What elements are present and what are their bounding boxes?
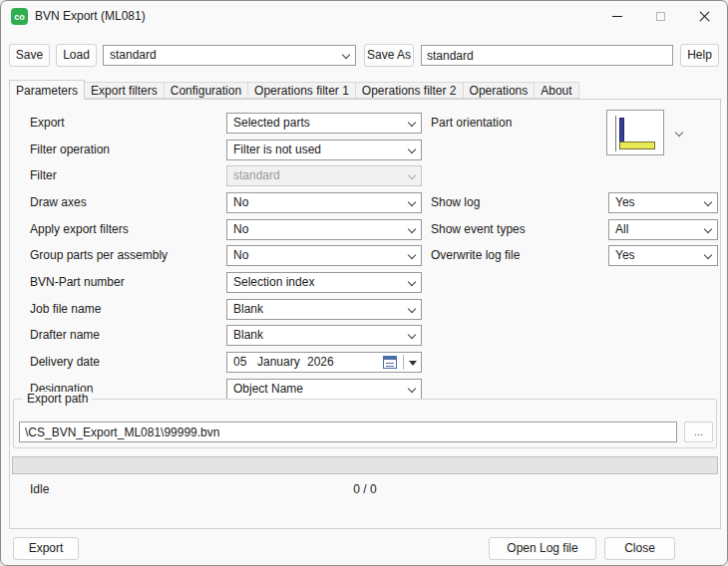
group-parts-combobox-value: No	[233, 248, 248, 262]
overwrite-log-file-combobox[interactable]: Yes	[608, 245, 718, 266]
preset-combobox[interactable]: standard	[103, 45, 356, 66]
progress-bar	[12, 456, 718, 474]
filter-operation-label: Filter operation	[30, 140, 110, 160]
axis-line	[615, 116, 616, 151]
save-as-button[interactable]: Save As	[364, 44, 414, 67]
tab-operations-filter-2[interactable]: Operations filter 2	[356, 82, 464, 99]
show-log-combobox[interactable]: Yes	[608, 192, 718, 213]
parameters-tab-pane: Export Selected parts Filter operation F…	[9, 99, 721, 529]
browse-button[interactable]: ...	[684, 422, 713, 442]
chevron-down-icon	[408, 119, 416, 127]
export-combobox[interactable]: Selected parts	[226, 113, 422, 134]
drafter-name-label: Drafter name	[30, 325, 100, 346]
maximize-icon	[656, 12, 665, 21]
dropdown-arrow-icon[interactable]	[409, 361, 417, 366]
chevron-down-icon	[704, 225, 712, 233]
show-event-types-combobox[interactable]: All	[608, 219, 718, 240]
export-path-group: Export path ...	[13, 399, 717, 448]
window-title: BVN Export (ML081)	[35, 1, 146, 32]
chevron-down-icon	[408, 331, 416, 339]
help-button[interactable]: Help	[680, 44, 719, 67]
chevron-down-icon	[342, 51, 350, 59]
part-orientation-label: Part orientation	[431, 113, 512, 134]
export-button[interactable]: Export	[13, 537, 79, 560]
chevron-down-icon	[408, 198, 416, 206]
save-button[interactable]: Save	[9, 44, 50, 67]
progress-count: 0 / 0	[305, 482, 425, 496]
apply-export-filters-label: Apply export filters	[30, 219, 129, 240]
tab-configuration[interactable]: Configuration	[165, 82, 248, 99]
show-event-types-combobox-value: All	[615, 222, 628, 236]
draw-axes-label: Draw axes	[30, 192, 87, 213]
show-log-combobox-value: Yes	[615, 195, 635, 209]
tab-strip: Parameters Export filters Configuration …	[9, 81, 579, 100]
filter-combobox-value: standard	[233, 168, 280, 182]
load-button[interactable]: Load	[56, 44, 97, 67]
delivery-date-month[interactable]: January	[257, 353, 300, 372]
close-icon	[698, 10, 711, 23]
delivery-date-year[interactable]: 2026	[307, 353, 334, 372]
tab-export-filters[interactable]: Export filters	[85, 82, 165, 99]
group-parts-combobox[interactable]: No	[226, 245, 422, 266]
job-file-name-combobox[interactable]: Blank	[226, 299, 422, 320]
bvn-export-dialog: co BVN Export (ML081) Save Load standard…	[0, 0, 728, 566]
chevron-down-icon	[408, 251, 416, 259]
part-orientation-dropdown[interactable]	[606, 110, 686, 155]
chevron-down-icon	[408, 145, 416, 153]
horizontal-part-icon	[619, 142, 655, 149]
bvn-part-number-label: BVN-Part number	[30, 272, 125, 293]
calendar-icon[interactable]	[383, 356, 397, 369]
overwrite-log-file-label: Overwrite log file	[431, 245, 520, 266]
delivery-date-day[interactable]: 05	[233, 353, 246, 372]
designation-combobox-value: Object Name	[233, 382, 303, 396]
draw-axes-combobox[interactable]: No	[226, 192, 422, 213]
delivery-date-label: Delivery date	[30, 352, 100, 373]
drafter-name-combobox[interactable]: Blank	[226, 325, 422, 346]
apply-export-filters-combobox[interactable]: No	[226, 219, 422, 240]
tab-operations[interactable]: Operations	[464, 82, 536, 99]
designation-combobox[interactable]: Object Name	[226, 379, 422, 400]
open-log-file-button[interactable]: Open Log file	[489, 537, 596, 560]
chevron-down-icon	[675, 129, 683, 137]
date-picker-divider	[403, 355, 404, 370]
job-file-name-combobox-value: Blank	[233, 302, 263, 316]
group-parts-label: Group parts per assembly	[30, 245, 168, 266]
chevron-down-icon	[704, 251, 712, 259]
delivery-date-picker[interactable]: 05 January 2026	[226, 352, 422, 373]
export-combobox-value: Selected parts	[233, 116, 310, 130]
bvn-part-number-combobox-value: Selection index	[233, 275, 314, 289]
minimize-button[interactable]	[594, 1, 639, 31]
filter-operation-combobox[interactable]: Filter is not used	[226, 140, 422, 160]
chevron-down-icon	[408, 385, 416, 393]
show-log-label: Show log	[431, 192, 480, 213]
preset-combobox-value: standard	[110, 48, 157, 62]
chevron-down-icon	[408, 171, 416, 179]
app-icon: co	[11, 8, 28, 25]
export-path-group-label: Export path	[23, 392, 92, 406]
chevron-down-icon	[408, 278, 416, 286]
filter-combobox: standard	[226, 165, 422, 186]
save-as-input[interactable]	[421, 45, 673, 66]
job-file-name-label: Job file name	[30, 299, 101, 320]
overwrite-log-file-combobox-value: Yes	[615, 248, 635, 262]
show-event-types-label: Show event types	[431, 219, 526, 240]
export-label: Export	[30, 113, 65, 134]
status-text: Idle	[30, 482, 49, 496]
close-button[interactable]	[682, 1, 727, 31]
bvn-part-number-combobox[interactable]: Selection index	[226, 272, 422, 293]
tab-operations-filter-1[interactable]: Operations filter 1	[248, 82, 356, 99]
chevron-down-icon	[408, 305, 416, 313]
apply-export-filters-combobox-value: No	[233, 222, 248, 236]
titlebar: co BVN Export (ML081)	[1, 1, 727, 32]
minimize-icon	[612, 16, 622, 17]
close-dialog-button[interactable]: Close	[604, 537, 675, 560]
filter-label: Filter	[30, 165, 57, 186]
chevron-down-icon	[408, 225, 416, 233]
chevron-down-icon	[704, 198, 712, 206]
drafter-name-combobox-value: Blank	[233, 328, 263, 342]
tab-about[interactable]: About	[535, 82, 578, 99]
export-path-input[interactable]	[19, 422, 677, 442]
tab-parameters[interactable]: Parameters	[9, 80, 85, 100]
draw-axes-combobox-value: No	[233, 195, 248, 209]
filter-operation-combobox-value: Filter is not used	[233, 142, 321, 156]
